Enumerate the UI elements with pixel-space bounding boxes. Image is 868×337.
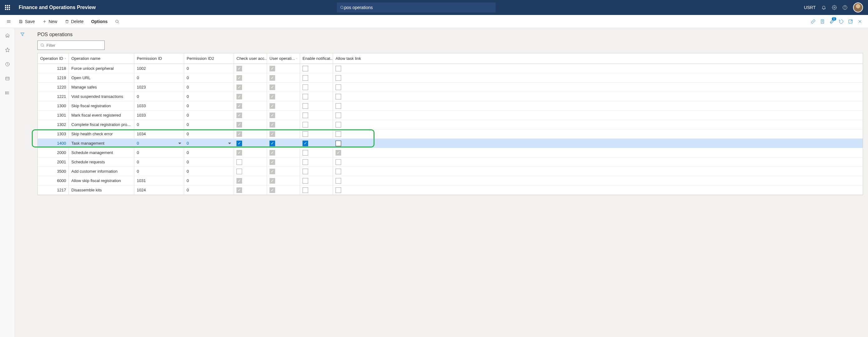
cell-allow-task[interactable] xyxy=(333,185,367,194)
table-row[interactable]: 1301Mark fiscal event registered10330 xyxy=(38,111,863,120)
cell-allow-task[interactable] xyxy=(333,92,367,101)
cell-permission-id[interactable]: 0 xyxy=(134,167,184,176)
cell-permission-id2[interactable]: 0 xyxy=(184,129,234,139)
checkbox[interactable] xyxy=(303,150,308,156)
save-button[interactable]: Save xyxy=(15,15,39,28)
checkbox[interactable] xyxy=(270,168,275,174)
rail-favorites[interactable] xyxy=(2,45,12,55)
cell-check-user[interactable] xyxy=(234,83,267,92)
cell-allow-task[interactable] xyxy=(333,73,367,82)
cell-check-user[interactable] xyxy=(234,64,267,73)
checkbox[interactable] xyxy=(270,122,275,127)
checkbox[interactable] xyxy=(270,159,275,165)
checkbox[interactable] xyxy=(303,113,308,118)
cell-permission-id2[interactable]: 0 xyxy=(184,148,234,157)
bell-icon[interactable] xyxy=(821,5,826,10)
attachments-button[interactable]: 0 xyxy=(829,19,834,24)
cell-permission-id[interactable]: 1023 xyxy=(134,83,184,92)
checkbox[interactable] xyxy=(336,75,341,81)
cell-enable-notif[interactable] xyxy=(300,73,333,82)
cell-allow-task[interactable] xyxy=(333,64,367,73)
cell-permission-id[interactable]: 1033 xyxy=(134,111,184,120)
checkbox[interactable] xyxy=(270,94,275,99)
checkbox[interactable] xyxy=(270,131,275,137)
cell-permission-id[interactable]: 1024 xyxy=(134,185,184,194)
checkbox[interactable] xyxy=(303,85,308,90)
checkbox[interactable] xyxy=(270,85,275,90)
checkbox[interactable] xyxy=(303,141,308,146)
cell-enable-notif[interactable] xyxy=(300,176,333,185)
cell-enable-notif[interactable] xyxy=(300,167,333,176)
nav-toggle[interactable] xyxy=(2,19,15,24)
quick-filter-input[interactable] xyxy=(46,43,102,48)
cell-allow-task[interactable] xyxy=(333,148,367,157)
rail-recent[interactable] xyxy=(2,59,12,69)
col-operation-id[interactable]: Operation ID xyxy=(38,53,69,64)
cell-allow-task[interactable] xyxy=(333,167,367,176)
checkbox[interactable] xyxy=(237,75,242,81)
cell-permission-id[interactable]: 0 xyxy=(134,148,184,157)
cell-allow-task[interactable] xyxy=(333,111,367,120)
cell-user-op[interactable] xyxy=(267,111,300,120)
cell-user-op[interactable] xyxy=(267,64,300,73)
table-row[interactable]: 2000Schedule management00 xyxy=(38,148,863,157)
checkbox[interactable] xyxy=(336,141,341,146)
checkbox[interactable] xyxy=(237,178,242,184)
cell-user-op[interactable] xyxy=(267,129,300,139)
checkbox[interactable] xyxy=(336,178,341,184)
checkbox[interactable] xyxy=(303,66,308,71)
link-icon[interactable] xyxy=(811,19,816,24)
checkbox[interactable] xyxy=(270,141,275,146)
checkbox[interactable] xyxy=(336,103,341,109)
cell-user-op[interactable] xyxy=(267,176,300,185)
col-permission-id2[interactable]: Permission ID2 xyxy=(184,53,234,64)
cell-enable-notif[interactable] xyxy=(300,120,333,129)
cell-allow-task[interactable] xyxy=(333,129,367,139)
new-button[interactable]: New xyxy=(39,15,61,28)
checkbox[interactable] xyxy=(237,187,242,193)
checkbox[interactable] xyxy=(270,178,275,184)
cell-permission-id[interactable]: 1033 xyxy=(134,101,184,110)
rail-home[interactable] xyxy=(2,31,12,40)
checkbox[interactable] xyxy=(336,159,341,165)
cell-user-op[interactable] xyxy=(267,148,300,157)
cell-check-user[interactable] xyxy=(234,139,267,148)
cell-allow-task[interactable] xyxy=(333,157,367,166)
cell-allow-task[interactable] xyxy=(333,101,367,110)
actionbar-search[interactable] xyxy=(111,15,123,28)
cell-enable-notif[interactable] xyxy=(300,111,333,120)
cell-enable-notif[interactable] xyxy=(300,101,333,110)
checkbox[interactable] xyxy=(237,131,242,137)
cell-permission-id[interactable]: 1031 xyxy=(134,176,184,185)
cell-permission-id2[interactable]: 0 xyxy=(184,167,234,176)
avatar[interactable] xyxy=(853,2,863,12)
table-row[interactable]: 2001Schedule requests00 xyxy=(38,157,863,167)
cell-permission-id2[interactable]: 0 xyxy=(184,83,234,92)
cell-permission-id2[interactable]: 0 xyxy=(184,101,234,110)
table-row[interactable]: 1217Disassemble kits10240 xyxy=(38,185,863,195)
cell-permission-id2[interactable]: 0 xyxy=(184,176,234,185)
table-row[interactable]: 1220Manage safes10230 xyxy=(38,83,863,92)
cell-check-user[interactable] xyxy=(234,185,267,194)
col-operation-name[interactable]: Operation name xyxy=(69,53,134,64)
cell-permission-id2[interactable]: 0 xyxy=(184,157,234,166)
checkbox[interactable] xyxy=(336,66,341,71)
table-row[interactable]: 1302Complete fiscal registration pro...0… xyxy=(38,120,863,129)
cell-check-user[interactable] xyxy=(234,157,267,166)
global-search[interactable] xyxy=(337,2,496,12)
checkbox[interactable] xyxy=(237,113,242,118)
quick-filter[interactable] xyxy=(37,40,105,50)
global-search-input[interactable] xyxy=(344,5,493,10)
cell-allow-task[interactable] xyxy=(333,139,367,148)
checkbox[interactable] xyxy=(237,150,242,156)
checkbox[interactable] xyxy=(237,141,242,146)
checkbox[interactable] xyxy=(303,168,308,174)
checkbox[interactable] xyxy=(303,75,308,81)
table-row[interactable]: 1300Skip fiscal registration10330 xyxy=(38,101,863,111)
table-row[interactable]: 1219Open URL00 xyxy=(38,73,863,83)
cell-enable-notif[interactable] xyxy=(300,64,333,73)
cell-permission-id[interactable]: 0 xyxy=(134,120,184,129)
cell-permission-id[interactable]: 0 xyxy=(134,157,184,166)
popout-icon[interactable] xyxy=(848,19,853,24)
checkbox[interactable] xyxy=(270,113,275,118)
